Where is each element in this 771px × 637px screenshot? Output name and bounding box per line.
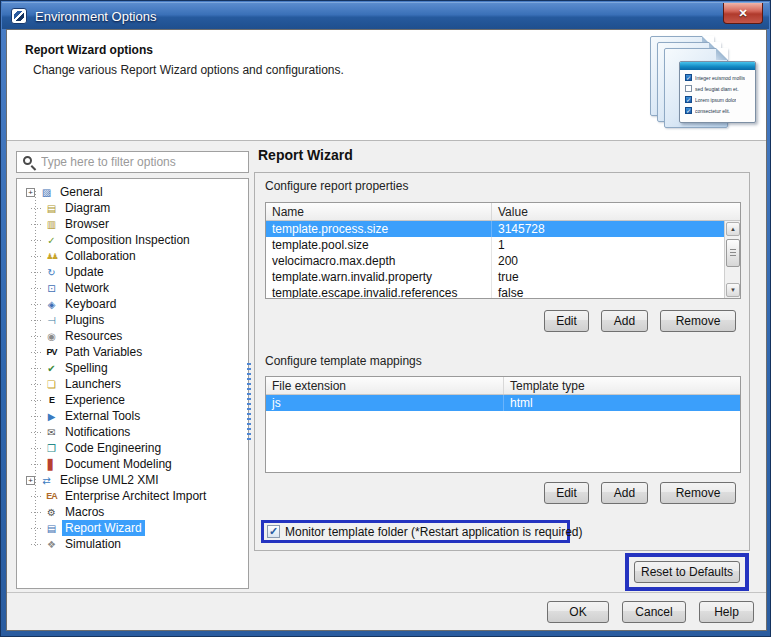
sidebar-item-spelling[interactable]: ✔Spelling [17, 360, 248, 376]
sidebar-item-keyboard[interactable]: ◈Keyboard [17, 296, 248, 312]
ok-button[interactable]: OK [547, 601, 609, 623]
cancel-button[interactable]: Cancel [622, 601, 686, 623]
header-banner: Report Wizard options Change various Rep… [7, 30, 766, 141]
table-header-row: File extension Template type [266, 377, 740, 395]
sidebar-item-launchers[interactable]: ❏Launchers [17, 376, 248, 392]
mapping-row[interactable]: jshtml [266, 395, 740, 411]
plugins-icon: ⊣ [44, 313, 59, 328]
tree-connector [31, 208, 41, 209]
sidebar-item-report-wizard[interactable]: ▤Report Wizard [17, 520, 248, 536]
sidebar-item-label: Simulation [62, 536, 124, 552]
dialog-client-area: Report Wizard options Change various Rep… [6, 29, 767, 631]
sidebar-item-label: Document Modeling [62, 456, 175, 472]
tree-connector [31, 544, 41, 545]
sidebar-item-path-variables[interactable]: PVPath Variables [17, 344, 248, 360]
checklist-item-text: consectetur elit. [695, 108, 730, 114]
property-row[interactable]: velocimacro.max.depth200 [266, 253, 740, 269]
filter-input[interactable] [41, 153, 246, 171]
sidebar-item-composition-inspection[interactable]: ✓Composition Inspection [17, 232, 248, 248]
code-engineering-icon: ❐ [44, 441, 59, 456]
checklist-item-text: Lorem ipsum dolor [695, 97, 736, 103]
sidebar-item-diagram[interactable]: ▤Diagram [17, 200, 248, 216]
sidebar-item-label: Notifications [62, 424, 133, 440]
cell-value: 3145728 [492, 221, 740, 237]
property-row[interactable]: template.escape.invalid.referencesfalse [266, 285, 740, 299]
sidebar-item-eclipse-uml2-xmi[interactable]: +⇄Eclipse UML2 XMI [17, 472, 248, 488]
tree-connector [31, 224, 41, 225]
checklist-row: sed feugiat diam et. [685, 85, 751, 92]
expand-toggle-icon[interactable]: + [26, 188, 35, 197]
sidebar-item-label: Enterprise Architect Import [62, 488, 209, 504]
help-button[interactable]: Help [699, 601, 754, 623]
sidebar-item-network[interactable]: ⊡Network [17, 280, 248, 296]
titlebar[interactable]: Environment Options ✕ [2, 2, 769, 29]
checklist-checkbox-icon: ✓ [685, 96, 692, 103]
cell-value: 1 [492, 237, 740, 253]
table-header-row: Name Value [266, 203, 740, 221]
report-wizard-groupbox: Configure report properties Name Value t… [254, 172, 750, 551]
sidebar-item-label: General [57, 184, 106, 200]
keyboard-icon: ◈ [44, 297, 59, 312]
external-tools-icon: ▶ [44, 409, 59, 424]
sidebar-item-enterprise-architect-import[interactable]: EAEnterprise Architect Import [17, 488, 248, 504]
property-row[interactable]: template.process.size3145728 [266, 221, 740, 237]
monitor-checkbox-highlight: ✓ Monitor template folder (*Restart appl… [261, 520, 570, 543]
sidebar-item-update[interactable]: ↻Update [17, 264, 248, 280]
sidebar-item-external-tools[interactable]: ▶External Tools [17, 408, 248, 424]
checklist-row: ✓Integer euismod mollis [685, 74, 751, 81]
add-button[interactable]: Add [601, 310, 648, 332]
cell-name: template.escape.invalid.references [266, 285, 492, 299]
edit-button[interactable]: Edit [544, 482, 589, 504]
cell-value: html [504, 395, 740, 411]
scrollbar-thumb[interactable] [726, 239, 740, 267]
scroll-up-button[interactable]: ▲ [726, 222, 740, 236]
remove-button[interactable]: Remove [660, 310, 736, 332]
edit-button[interactable]: Edit [544, 310, 589, 332]
sidebar-item-label: Network [62, 280, 112, 296]
notifications-icon: ✉ [44, 425, 59, 440]
sidebar-item-browser[interactable]: ▥Browser [17, 216, 248, 232]
page-title: Report Wizard options [25, 43, 153, 57]
sidebar-item-experience[interactable]: EExperience [17, 392, 248, 408]
column-header-template-type[interactable]: Template type [504, 377, 740, 394]
vertical-scrollbar[interactable]: ▲ ▼ [724, 221, 740, 298]
sidebar-item-label: Composition Inspection [62, 232, 193, 248]
close-button[interactable]: ✕ [723, 3, 763, 24]
column-header-value[interactable]: Value [492, 203, 740, 220]
sidebar-item-document-modeling[interactable]: ▋Document Modeling [17, 456, 248, 472]
sidebar-item-label: Code Engineering [62, 440, 164, 456]
panel-splitter[interactable] [247, 363, 251, 441]
sidebar-item-simulation[interactable]: ❖Simulation [17, 536, 248, 552]
scroll-down-button[interactable]: ▼ [726, 283, 740, 297]
property-row[interactable]: template.warn.invalid.propertytrue [266, 269, 740, 285]
sidebar-item-general[interactable]: +▨General [17, 184, 248, 200]
tree-connector [31, 240, 41, 241]
sidebar-item-macros[interactable]: ⚙Macros [17, 504, 248, 520]
sidebar-item-label: Eclipse UML2 XMI [57, 472, 162, 488]
cell-name: velocimacro.max.depth [266, 253, 492, 269]
checklist-item-text: sed feugiat diam et. [695, 86, 739, 92]
sidebar-item-collaboration[interactable]: ♟♟Collaboration [17, 248, 248, 264]
monitor-template-folder-checkbox[interactable]: ✓ [267, 525, 280, 538]
dialog-button-bar: OK Cancel Help [7, 592, 766, 630]
tree-connector [31, 496, 41, 497]
checklist-checkbox-icon: ✓ [685, 107, 692, 114]
document-modeling-icon: ▋ [44, 457, 59, 472]
cell-name: template.warn.invalid.property [266, 269, 492, 285]
spelling-icon: ✔ [44, 361, 59, 376]
sidebar-item-notifications[interactable]: ✉Notifications [17, 424, 248, 440]
sidebar-item-plugins[interactable]: ⊣Plugins [17, 312, 248, 328]
tree-connector [31, 384, 41, 385]
page-description: Change various Report Wizard options and… [33, 63, 344, 77]
column-header-file-extension[interactable]: File extension [266, 377, 504, 394]
add-button[interactable]: Add [601, 482, 648, 504]
column-header-name[interactable]: Name [266, 203, 492, 220]
tree-connector [31, 336, 41, 337]
network-icon: ⊡ [44, 281, 59, 296]
property-row[interactable]: template.pool.size1 [266, 237, 740, 253]
reset-to-defaults-button[interactable]: Reset to Defaults [634, 561, 740, 583]
sidebar-item-resources[interactable]: ◉Resources [17, 328, 248, 344]
sidebar-item-code-engineering[interactable]: ❐Code Engineering [17, 440, 248, 456]
remove-button[interactable]: Remove [660, 482, 736, 504]
expand-toggle-icon[interactable]: + [26, 476, 35, 485]
